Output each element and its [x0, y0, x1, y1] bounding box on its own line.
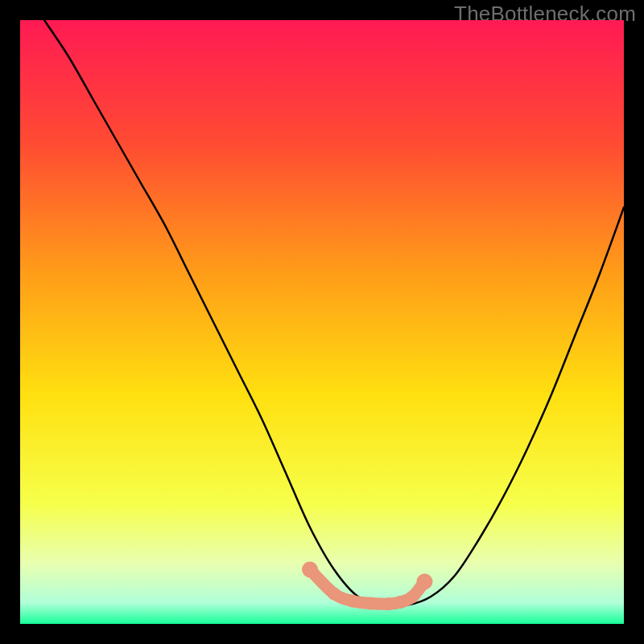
optimal-band-bead — [328, 588, 341, 601]
optimal-band-bead — [407, 590, 419, 603]
optimal-band-bead — [346, 595, 359, 608]
chart-frame: TheBottleneck.com — [0, 0, 644, 644]
bottleneck-chart — [20, 20, 624, 624]
optimal-band-bead — [382, 597, 395, 610]
optimal-band-bead — [302, 562, 318, 578]
gradient-background — [20, 20, 624, 624]
optimal-band-bead — [417, 574, 433, 590]
optimal-band-bead — [364, 597, 377, 610]
optimal-band-bead — [394, 596, 407, 609]
